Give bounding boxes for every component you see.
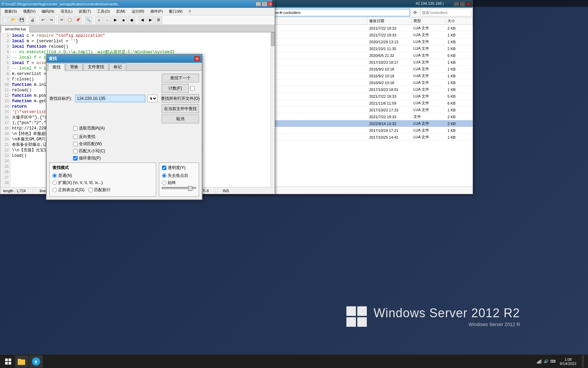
redo-button[interactable]: ↪ <box>47 16 55 24</box>
find-dialog-close[interactable]: ✕ <box>194 56 200 61</box>
menu-plugins[interactable]: 插件(P) <box>148 8 166 15</box>
file-type: LUA 文件 <box>411 32 445 38</box>
match-newline-label: 匹配新行 <box>94 187 111 193</box>
network-bars-icon <box>537 359 542 364</box>
refresh-button[interactable]: ⟳ <box>411 9 419 16</box>
reverse-search-checkbox[interactable] <box>73 135 78 139</box>
on-lose-focus-radio[interactable] <box>162 173 166 178</box>
file-date: 2021/7/22 19:33 <box>367 25 411 31</box>
wrap-around-label: 循环查找(P) <box>79 155 101 161</box>
network-icon[interactable] <box>537 359 542 364</box>
file-date: 2017/10/19 17:21 <box>367 127 411 134</box>
file-type: 文件 <box>411 113 445 120</box>
file-type: LUA 文件 <box>411 66 445 72</box>
undo-button[interactable]: ↩ <box>39 16 47 24</box>
next-bookmark[interactable]: ▶ <box>147 16 154 24</box>
toolbar-sep-4 <box>83 17 83 24</box>
select-range-checkbox[interactable] <box>73 126 78 131</box>
normal-mode-radio[interactable] <box>52 173 57 178</box>
always-radio[interactable] <box>162 181 166 185</box>
find-all-open-button[interactable]: 查找所有打开文件(O) <box>162 94 199 103</box>
svg-rect-7 <box>540 360 541 364</box>
match-case-checkbox[interactable] <box>73 149 78 153</box>
col-type[interactable]: 类型 <box>411 17 445 25</box>
save-file-button[interactable]: 💾 <box>18 16 26 24</box>
toolbar-sep-5 <box>94 17 94 24</box>
print-button[interactable]: 🖨 <box>29 16 36 24</box>
col-date[interactable]: 修改日期 <box>367 17 411 25</box>
wrap-around-checkbox[interactable] <box>73 156 78 160</box>
show-desktop-button[interactable] <box>582 355 584 368</box>
count-checkbox[interactable] <box>190 86 195 91</box>
find-in-current-button[interactable]: 在当前文件中查找 <box>162 104 199 113</box>
file-date: 2016/9/2 10:18 <box>367 73 411 79</box>
whole-word-label: 全词匹配(W) <box>79 141 102 147</box>
find-tab-replace[interactable]: 替换 <box>66 63 83 71</box>
search-input[interactable] <box>420 9 471 16</box>
taskbar-item-ie[interactable]: e <box>29 355 43 368</box>
cancel-button[interactable]: 取消 <box>162 114 199 123</box>
copy-button[interactable]: 📋 <box>66 16 74 24</box>
on-lose-focus-row: 失去焦点后 <box>162 173 196 179</box>
find-tab-find[interactable]: 查找 <box>48 63 65 71</box>
menu-view[interactable]: 视图(V) <box>20 8 38 15</box>
file-date: 2017/10/23 18:17 <box>367 59 411 65</box>
find-history-select[interactable]: ▼ <box>147 95 158 102</box>
taskbar-item-folder[interactable] <box>15 355 29 368</box>
regex-mode-radio[interactable] <box>52 188 57 192</box>
scrollbar-thumb-v[interactable] <box>271 32 275 46</box>
connection-bar: 42.194.135.168 | <box>272 0 588 7</box>
menu-run[interactable]: 运行(R) <box>129 8 147 15</box>
menu-language[interactable]: 语言(L) <box>58 8 75 15</box>
status-length: length : 1,724 <box>3 189 26 193</box>
crumb-controllers[interactable]: controllers <box>283 11 301 15</box>
find-tab-mark[interactable]: 标记 <box>109 63 126 71</box>
find-button[interactable]: 🔍 <box>85 16 92 24</box>
count-button[interactable]: 计数(F) <box>162 84 189 93</box>
new-file-button[interactable]: 📄 <box>2 16 9 24</box>
editor-toolbar: 📄 📂 💾 🖨 ↩ ↪ ✂ 📋 📌 🔍 + - ▶ ■ ⏺ ◀ ▶ ⚙ <box>0 15 275 25</box>
file-date: 2016/9/2 10:18 <box>367 79 411 86</box>
prev-bookmark[interactable]: ◀ <box>138 16 146 24</box>
select-range-label: 选取范围内(A) <box>79 125 105 131</box>
play-button[interactable]: ▶ <box>112 16 119 24</box>
menu-encoding[interactable]: 编码(N) <box>39 8 57 15</box>
slider-thumb[interactable] <box>188 186 192 191</box>
tray-clock[interactable]: 1:08 9/14/2022 <box>557 357 579 366</box>
transparency-checkbox[interactable] <box>162 166 166 170</box>
editor-scrollbar-v[interactable] <box>271 32 275 187</box>
paste-button[interactable]: 📌 <box>74 16 82 24</box>
menu-macro[interactable]: 宏(M) <box>113 8 128 15</box>
start-button[interactable] <box>1 355 15 368</box>
windows-branding: Windows Server 2012 R2 Windows Server 20… <box>346 306 520 327</box>
match-newline-checkbox[interactable] <box>88 188 93 192</box>
menu-window[interactable]: 窗口(W) <box>166 8 185 15</box>
find-tab-file-search[interactable]: 文件查找 <box>83 63 109 71</box>
file-date: 2020/12/29 13:13 <box>367 39 411 45</box>
stop-button[interactable]: ■ <box>120 16 127 24</box>
maximize-button[interactable]: □ <box>262 2 267 6</box>
open-file-button[interactable]: 📂 <box>10 16 17 24</box>
zoom-out-button[interactable]: - <box>103 16 111 24</box>
menu-help[interactable]: ? <box>186 9 193 14</box>
menu-search[interactable]: 搜索(S) <box>2 8 20 15</box>
cut-button[interactable]: ✂ <box>58 16 65 24</box>
status-mode: INS <box>223 189 229 193</box>
minimize-button[interactable]: _ <box>256 2 261 6</box>
keyboard-icon[interactable]: ⌨ <box>550 359 556 364</box>
extended-mode-radio[interactable] <box>52 181 57 185</box>
windows-server-subtitle: Windows Server 2012 R <box>374 322 520 327</box>
find-next-button[interactable]: 查找下一个 <box>162 74 199 82</box>
volume-icon[interactable]: 🔊 <box>543 359 549 364</box>
misc-button[interactable]: ⚙ <box>155 16 162 24</box>
record-button[interactable]: ⏺ <box>128 16 135 24</box>
menu-settings[interactable]: 设置(T) <box>76 8 94 15</box>
whole-word-checkbox[interactable] <box>73 142 78 146</box>
col-size[interactable]: 大小 <box>445 17 473 25</box>
tab-serverlist[interactable]: serverlist.lua <box>1 26 30 32</box>
menu-tools[interactable]: 工具(O) <box>94 8 113 15</box>
find-input[interactable] <box>75 95 145 102</box>
svg-rect-8 <box>541 359 542 364</box>
transparency-slider[interactable] <box>162 187 196 189</box>
zoom-in-button[interactable]: + <box>95 16 103 24</box>
